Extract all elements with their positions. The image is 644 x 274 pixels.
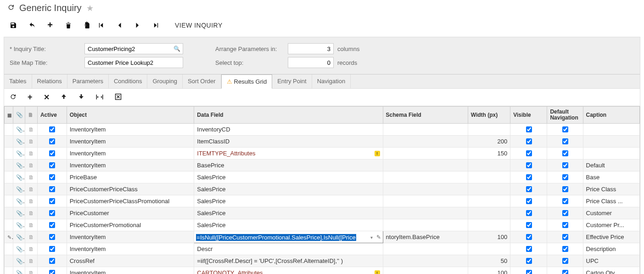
row-selector[interactable] [5,148,13,160]
active-cell[interactable] [37,255,67,267]
data-field-cell[interactable]: CARTONQTY_Attributes! [194,267,383,274]
add-icon[interactable]: + [46,20,54,30]
note-cell[interactable]: 🗎 [25,136,38,148]
row-selector[interactable] [5,195,13,207]
visible-checkbox[interactable] [526,198,532,204]
attachment-cell[interactable]: 📎 [13,207,25,219]
active-checkbox[interactable] [49,162,55,168]
note-cell[interactable]: 🗎 [25,219,38,231]
visible-cell[interactable] [510,171,547,183]
object-cell[interactable]: InventoryItem [67,148,194,160]
row-selector[interactable] [5,207,13,219]
note-cell[interactable]: 🗎 [25,243,38,255]
note-cell[interactable]: 🗎 [25,231,38,243]
table-row[interactable]: 📎🗎InventoryItemItemClassID200 [5,136,640,148]
visible-checkbox[interactable] [526,138,532,144]
caption-cell[interactable] [583,124,639,136]
visible-checkbox[interactable] [526,162,532,168]
caption-cell[interactable]: Customer Pr... [583,219,639,231]
note-cell[interactable]: 🗎 [25,267,38,274]
width-cell[interactable] [468,171,510,183]
object-cell[interactable]: PriceBase [67,171,194,183]
data-field-cell[interactable]: ItemClassID [194,136,383,148]
caption-cell[interactable]: Price Class [583,183,639,195]
width-cell[interactable] [468,195,510,207]
table-row[interactable]: 📎🗎PriceBaseSalesPriceBase [5,171,640,183]
undo-icon[interactable] [28,22,36,29]
col-caption[interactable]: Caption [583,107,639,124]
col-default-nav[interactable]: Default Navigation [547,107,583,124]
width-cell[interactable] [468,160,510,171]
tab-parameters[interactable]: Parameters [67,74,109,88]
save-icon[interactable] [9,22,17,29]
visible-cell[interactable] [510,148,547,160]
active-checkbox[interactable] [49,222,55,228]
object-cell[interactable]: CrossRef [67,255,194,267]
default-nav-cell[interactable] [547,124,583,136]
visible-cell[interactable] [510,207,547,219]
attachment-cell[interactable]: 📎 [13,219,25,231]
attachment-cell[interactable]: 📎 [13,148,25,160]
width-cell[interactable]: 100 [468,231,510,243]
default-nav-cell[interactable] [547,195,583,207]
note-cell[interactable]: 🗎 [25,183,38,195]
attachment-cell[interactable]: 📎 [13,136,25,148]
visible-cell[interactable] [510,160,547,171]
data-field-cell[interactable]: SalesPrice [194,207,383,219]
view-inquiry-button[interactable]: VIEW INQUIRY [175,22,223,29]
default-nav-checkbox[interactable] [562,126,568,132]
note-cell[interactable]: 🗎 [25,124,38,136]
data-field-cell[interactable]: =IsNull([PriceCustomerPromotional.SalesP… [194,231,383,243]
schema-field-cell[interactable] [383,136,468,148]
visible-checkbox[interactable] [526,150,532,156]
attachment-cell[interactable]: 📎 [13,255,25,267]
visible-cell[interactable] [510,136,547,148]
row-selector[interactable] [5,160,13,171]
width-cell[interactable] [468,183,510,195]
active-checkbox[interactable] [49,210,55,216]
width-cell[interactable] [468,124,510,136]
note-cell[interactable]: 🗎 [25,171,38,183]
width-cell[interactable] [468,219,510,231]
caption-cell[interactable]: Customer [583,207,639,219]
default-nav-cell[interactable] [547,148,583,160]
schema-field-cell[interactable] [383,195,468,207]
attachment-cell[interactable]: 📎 [13,243,25,255]
tab-conditions[interactable]: Conditions [109,74,147,88]
attachment-cell[interactable]: 📎 [13,171,25,183]
prev-page-icon[interactable] [115,22,123,29]
active-cell[interactable] [37,148,67,160]
visible-checkbox[interactable] [526,210,532,216]
visible-checkbox[interactable] [526,222,532,228]
data-field-cell[interactable]: InventoryCD [194,124,383,136]
delete-icon[interactable] [64,22,73,29]
object-cell[interactable]: InventoryItem [67,231,194,243]
sitemap-title-input[interactable] [84,57,183,68]
default-nav-checkbox[interactable] [562,150,568,156]
default-nav-checkbox[interactable] [562,222,568,228]
col-visible[interactable]: Visible [510,107,547,124]
schema-field-cell[interactable] [383,243,468,255]
visible-cell[interactable] [510,231,547,243]
col-data-field[interactable]: Data Field [194,107,383,124]
default-nav-checkbox[interactable] [562,246,568,252]
row-selector[interactable] [5,171,13,183]
row-selector[interactable]: ✎ [5,231,13,243]
visible-checkbox[interactable] [526,186,532,192]
note-cell[interactable]: 🗎 [25,207,38,219]
col-active[interactable]: Active [37,107,67,124]
data-field-cell[interactable]: SalesPrice [194,183,383,195]
caption-cell[interactable] [583,136,639,148]
schema-field-cell[interactable] [383,183,468,195]
caption-cell[interactable]: Price Class ... [583,195,639,207]
visible-cell[interactable] [510,124,547,136]
visible-cell[interactable] [510,195,547,207]
select-top-input[interactable] [288,57,334,68]
active-cell[interactable] [37,267,67,274]
object-cell[interactable]: InventoryItem [67,136,194,148]
schema-field-cell[interactable] [383,207,468,219]
caption-cell[interactable]: Effective Price [583,231,639,243]
width-cell[interactable]: 100 [468,267,510,274]
attachment-cell[interactable]: 📎 [13,195,25,207]
first-page-icon[interactable] [97,22,105,29]
